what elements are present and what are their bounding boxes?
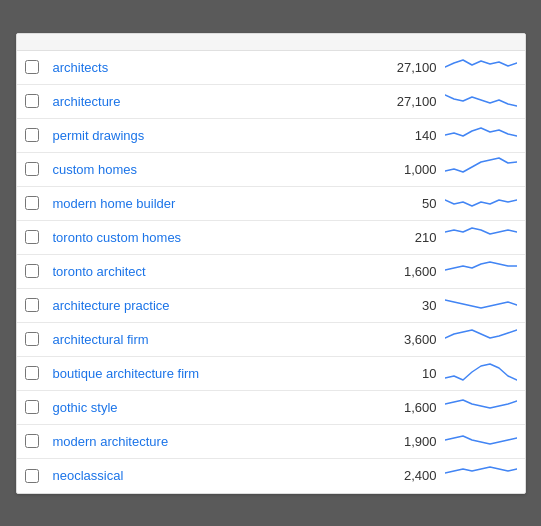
- table-row: gothic style1,600: [17, 391, 525, 425]
- checkbox-cell: [25, 128, 53, 142]
- sparkline-chart: [437, 87, 517, 115]
- table-row: custom homes1,000: [17, 153, 525, 187]
- volume-value: 1,600: [377, 400, 437, 415]
- row-checkbox[interactable]: [25, 400, 39, 414]
- volume-value: 30: [377, 298, 437, 313]
- volume-value: 10: [377, 366, 437, 381]
- table-row: architectural firm3,600: [17, 323, 525, 357]
- checkbox-cell: [25, 264, 53, 278]
- keyword-list: architects27,100architecture27,100permit…: [17, 51, 525, 493]
- sparkline-chart: [437, 427, 517, 455]
- keyword-text[interactable]: architectural firm: [53, 332, 377, 347]
- keyword-text[interactable]: architecture practice: [53, 298, 377, 313]
- keyword-text[interactable]: toronto architect: [53, 264, 377, 279]
- row-checkbox[interactable]: [25, 196, 39, 210]
- sparkline-chart: [437, 121, 517, 149]
- volume-value: 1,000: [377, 162, 437, 177]
- keyword-text[interactable]: neoclassical: [53, 468, 377, 483]
- volume-value: 210: [377, 230, 437, 245]
- checkbox-cell: [25, 434, 53, 448]
- table-row: toronto custom homes210: [17, 221, 525, 255]
- keyword-text[interactable]: architects: [53, 60, 377, 75]
- volume-value: 27,100: [377, 94, 437, 109]
- keyword-text[interactable]: modern home builder: [53, 196, 377, 211]
- row-checkbox[interactable]: [25, 94, 39, 108]
- keyword-text[interactable]: toronto custom homes: [53, 230, 377, 245]
- row-checkbox[interactable]: [25, 230, 39, 244]
- checkbox-cell: [25, 60, 53, 74]
- sparkline-chart: [437, 325, 517, 353]
- keyword-text[interactable]: custom homes: [53, 162, 377, 177]
- card-header: [17, 34, 525, 51]
- row-checkbox[interactable]: [25, 434, 39, 448]
- checkbox-cell: [25, 332, 53, 346]
- row-checkbox[interactable]: [25, 332, 39, 346]
- row-checkbox[interactable]: [25, 264, 39, 278]
- volume-value: 27,100: [377, 60, 437, 75]
- keyword-text[interactable]: gothic style: [53, 400, 377, 415]
- table-row: architecture27,100: [17, 85, 525, 119]
- volume-value: 3,600: [377, 332, 437, 347]
- volume-value: 140: [377, 128, 437, 143]
- table-row: boutique architecture firm10: [17, 357, 525, 391]
- checkbox-cell: [25, 162, 53, 176]
- checkbox-cell: [25, 366, 53, 380]
- keyword-text[interactable]: modern architecture: [53, 434, 377, 449]
- keywords-card: architects27,100architecture27,100permit…: [16, 33, 526, 494]
- row-checkbox[interactable]: [25, 298, 39, 312]
- volume-value: 1,600: [377, 264, 437, 279]
- sparkline-chart: [437, 155, 517, 183]
- sparkline-chart: [437, 53, 517, 81]
- volume-value: 50: [377, 196, 437, 211]
- checkbox-cell: [25, 94, 53, 108]
- sparkline-chart: [437, 291, 517, 319]
- table-row: permit drawings140: [17, 119, 525, 153]
- sparkline-chart: [437, 189, 517, 217]
- keyword-text[interactable]: boutique architecture firm: [53, 366, 377, 381]
- row-checkbox[interactable]: [25, 469, 39, 483]
- table-row: modern home builder50: [17, 187, 525, 221]
- keyword-text[interactable]: permit drawings: [53, 128, 377, 143]
- checkbox-cell: [25, 298, 53, 312]
- table-row: architecture practice30: [17, 289, 525, 323]
- table-row: architects27,100: [17, 51, 525, 85]
- row-checkbox[interactable]: [25, 60, 39, 74]
- sparkline-chart: [437, 393, 517, 421]
- sparkline-chart: [437, 257, 517, 285]
- checkbox-cell: [25, 469, 53, 483]
- row-checkbox[interactable]: [25, 162, 39, 176]
- checkbox-cell: [25, 196, 53, 210]
- sparkline-chart: [437, 223, 517, 251]
- table-row: toronto architect1,600: [17, 255, 525, 289]
- row-checkbox[interactable]: [25, 128, 39, 142]
- checkbox-cell: [25, 400, 53, 414]
- table-row: neoclassical2,400: [17, 459, 525, 493]
- volume-value: 1,900: [377, 434, 437, 449]
- table-row: modern architecture1,900: [17, 425, 525, 459]
- checkbox-cell: [25, 230, 53, 244]
- volume-value: 2,400: [377, 468, 437, 483]
- row-checkbox[interactable]: [25, 366, 39, 380]
- sparkline-chart: [437, 359, 517, 387]
- sparkline-chart: [437, 462, 517, 490]
- keyword-text[interactable]: architecture: [53, 94, 377, 109]
